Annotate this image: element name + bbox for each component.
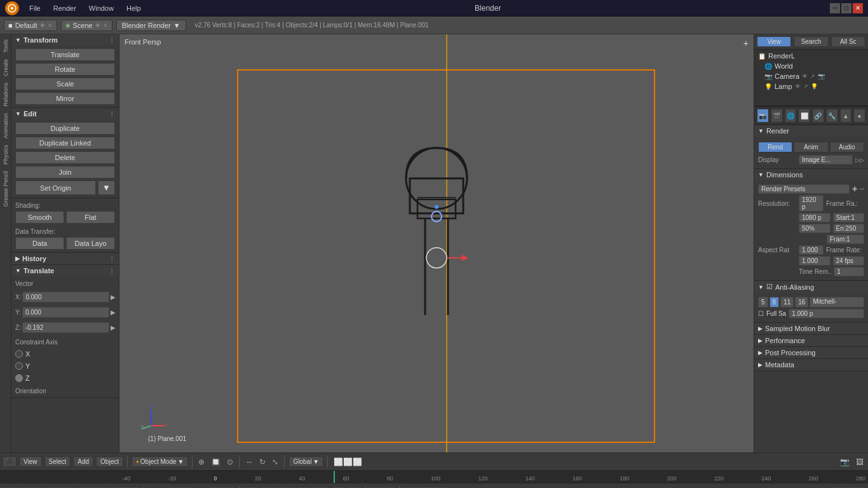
prop-constraints-icon-btn[interactable]: 🔗 [812,109,824,123]
edit-header[interactable]: ▼ Edit ⋮ [11,108,119,119]
transform-header[interactable]: ▼ Transform ⋮ [11,34,119,46]
history-header[interactable]: ▶ History ⋮ [11,253,119,264]
prop-object-icon-btn[interactable]: ⬜ [798,109,810,123]
frame-step-value[interactable]: 1 [834,267,864,276]
set-origin-button[interactable]: Set Origin [15,180,96,195]
pivot-btn[interactable]: ⊕ [196,456,207,468]
frame-value[interactable]: Fram:1 [827,234,864,244]
prop-modifiers-icon-btn[interactable]: 🔧 [826,109,838,123]
viewport[interactable]: Front Persp + [119,34,754,452]
all-sc-tab[interactable]: All Sc [831,36,865,47]
viewport-add-button[interactable]: + [743,38,749,48]
ruler-track[interactable]: -40 -20 0 20 40 60 80 100 120 140 160 18… [119,471,868,483]
lamp-render-icon[interactable]: 💡 [811,83,818,90]
flat-button[interactable]: Flat [66,211,115,224]
x-coord-arrow-icon[interactable]: ▶ [111,294,116,301]
scene-selector[interactable]: ◆ Scene ✚ ✕ [61,20,112,31]
aa-section-header[interactable]: ▼ ☑ Anti-Aliasing [754,281,868,293]
minimize-button[interactable]: ─ [830,3,840,13]
render-preview-btn[interactable]: 🖼 [854,456,865,468]
data-button[interactable]: Data [15,237,64,250]
translate-button[interactable]: Translate [15,48,115,61]
prop-material-icon-btn[interactable]: ● [853,109,865,123]
aspect-y-value[interactable]: 1.000 [799,256,831,266]
start-value[interactable]: Start:1 [833,213,865,222]
duplicate-button[interactable]: Duplicate [15,122,115,135]
layout-selector[interactable]: ■ Default ✚ ✕ [4,20,57,31]
view-tab[interactable]: View [757,36,791,47]
percent-value[interactable]: 50% [799,224,831,233]
select-menu-btn[interactable]: Select [44,456,71,467]
y-coord-arrow-icon[interactable]: ▶ [111,309,116,316]
set-origin-arrow-button[interactable]: ▼ [98,180,115,195]
z-coord-input[interactable] [22,322,109,333]
aa-full-sa-checkbox[interactable]: ☐ [758,310,764,317]
strip-physics[interactable]: Physics [1,142,10,167]
x-coord-input[interactable] [22,292,109,302]
tree-item-renderlayer[interactable]: 📋 RenderL [754,51,868,61]
join-button[interactable]: Join [15,166,115,179]
proportional-btn[interactable]: ⊙ [225,456,235,468]
rotate-button[interactable]: Rotate [15,63,115,76]
prop-world-icon-btn[interactable]: 🌐 [785,109,797,123]
scale-button[interactable]: Scale [15,78,115,90]
render-presets-selector[interactable]: Render Presets [758,184,850,194]
vp-editor-icon-btn[interactable]: ⬛ [3,456,17,467]
strip-animation[interactable]: Animation [1,111,10,141]
fps-selector[interactable]: 24 fps [833,256,865,266]
metadata-header[interactable]: ▶ Metadata [754,359,868,370]
resolution-y-value[interactable]: 1080 p [799,213,831,222]
smooth-button[interactable]: Smooth [15,211,64,224]
aa-5-button[interactable]: 5 [758,297,768,308]
tree-item-camera[interactable]: 📷 Camera 👁 ↗ 📷 [754,71,868,81]
scale-manip-btn[interactable]: ⤡ [270,456,280,468]
prop-scene-icon-btn[interactable]: 🎬 [771,109,783,123]
transform-space-selector[interactable]: Global ▼ [288,456,323,467]
render-presets-add-icon[interactable]: ✚ [852,186,857,193]
mirror-button[interactable]: Mirror [15,92,115,105]
sampled-motion-header[interactable]: ▶ Sampled Motion Blur [754,323,868,334]
duplicate-linked-button[interactable]: Duplicate Linked [15,137,115,149]
rotate-manip-btn[interactable]: ↻ [257,456,268,468]
strip-tools[interactable]: Tools [1,37,10,55]
object-menu-btn[interactable]: Object [96,456,123,467]
engine-selector[interactable]: Blender Render ▼ [116,20,186,31]
audio-tab[interactable]: Audio [830,142,864,152]
anim-tab[interactable]: Anim [794,142,828,152]
end-value[interactable]: En:250 [833,224,865,233]
lamp-visibility-icon[interactable]: 👁 [795,83,801,90]
prop-render-icon-btn[interactable]: 📷 [757,109,769,123]
resolution-x-value[interactable]: 1920 p [799,195,824,212]
rend-tab[interactable]: Rend [758,142,792,152]
view-menu-btn[interactable]: View [19,456,42,467]
display-selector[interactable]: Image E... [799,155,853,165]
aa-value[interactable]: 1.000 p [789,309,864,318]
snap-btn[interactable]: 🔲 [209,456,222,468]
close-button[interactable]: ✕ [853,3,863,13]
aa-filter-selector[interactable]: Mitchell- [810,297,864,308]
camera-lock-btn[interactable]: 📷 [838,456,851,468]
tree-item-lamp[interactable]: 💡 Lamp 👁 ↗ 💡 [754,81,868,92]
post-processing-header[interactable]: ▶ Post Processing [754,347,868,358]
aa-8-button[interactable]: 8 [770,297,780,308]
aspect-x-value[interactable]: 1.000 [799,245,824,255]
tree-item-world[interactable]: 🌐 World [754,61,868,71]
layer-grid-btn[interactable]: ⬜⬜⬜ [332,456,364,468]
y-coord-input[interactable] [22,307,109,318]
search-tab[interactable]: Search [794,36,828,47]
translate-detail-header[interactable]: ▼ Translate ⋮ [11,265,119,276]
camera-render-icon[interactable]: 📷 [818,73,825,79]
aa-16-button[interactable]: 16 [795,297,808,308]
data-layo-button[interactable]: Data Layo [66,237,115,250]
dimensions-section-header[interactable]: ▼ Dimensions [754,169,868,180]
lamp-restrict-icon[interactable]: ↗ [803,83,808,90]
strip-grease-pencil[interactable]: Grease Pencil [1,168,10,210]
object-mode-selector[interactable]: ● Object Mode ▼ [132,456,188,467]
maximize-button[interactable]: □ [841,3,851,13]
delete-button[interactable]: Delete [15,151,115,164]
aa-11-button[interactable]: 11 [780,297,794,308]
strip-relations[interactable]: Relations [1,80,10,109]
z-coord-arrow-icon[interactable]: ▶ [111,324,116,331]
camera-visibility-icon[interactable]: 👁 [802,73,808,79]
prop-data-icon-btn[interactable]: ▲ [840,109,852,123]
